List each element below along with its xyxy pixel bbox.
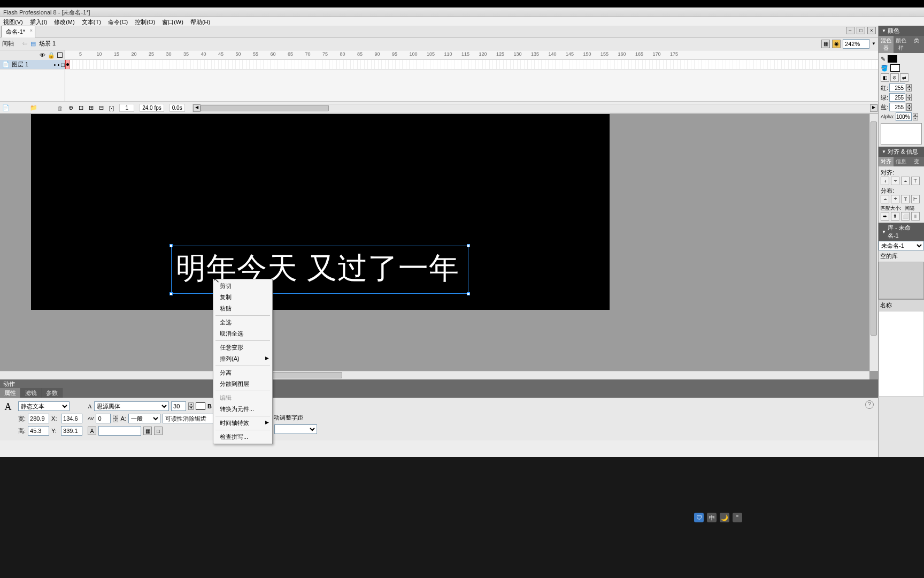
outline-icon[interactable]: [57, 52, 63, 58]
fill-icon[interactable]: 🪣: [881, 65, 888, 72]
av-down[interactable]: ▾: [113, 419, 118, 422]
back-arrow-icon[interactable]: ⇦: [22, 40, 27, 47]
ctx-deselect[interactable]: 取消全选: [213, 328, 272, 339]
edit-symbol-icon[interactable]: ◉: [832, 40, 841, 48]
tab-info[interactable]: 信息: [894, 157, 908, 166]
x-input[interactable]: [61, 414, 82, 423]
align-top-icon[interactable]: ⊤: [911, 177, 920, 185]
ctx-paste[interactable]: 粘贴: [213, 303, 272, 314]
zoom-input[interactable]: [843, 39, 869, 49]
b-input[interactable]: [889, 103, 905, 111]
align-panel-header[interactable]: 对齐 & 信息: [879, 147, 924, 157]
tab-mixer[interactable]: 混色器: [879, 36, 894, 53]
tab-align[interactable]: 对齐: [879, 157, 894, 166]
ctx-breakapart[interactable]: 分离: [213, 367, 272, 378]
g-input[interactable]: [889, 93, 905, 102]
ctx-copy[interactable]: 复制: [213, 292, 272, 303]
align-left-icon[interactable]: ⫞: [881, 177, 889, 185]
size-up[interactable]: ▴: [188, 402, 194, 406]
text-type-select[interactable]: 静态文本: [18, 401, 70, 411]
minimize-icon[interactable]: –: [846, 27, 854, 34]
text-color-swatch[interactable]: [196, 402, 205, 410]
menu-text[interactable]: 文本(T): [82, 19, 101, 25]
letter-spacing-input[interactable]: [96, 414, 111, 423]
library-name-header[interactable]: 名称: [879, 299, 924, 311]
onion-skin-icon[interactable]: ⊡: [79, 104, 83, 111]
handle-tr[interactable]: [467, 244, 470, 247]
stage-vscroll[interactable]: [869, 114, 878, 371]
ime-shield-icon[interactable]: 🛡: [694, 513, 704, 522]
ctx-timelineeffects[interactable]: 时间轴特效▶: [213, 417, 272, 429]
size-down[interactable]: ▾: [188, 406, 194, 410]
stage-hscroll[interactable]: [0, 371, 869, 379]
ime-comma-icon[interactable]: ": [733, 513, 742, 522]
onion-outline-icon[interactable]: ⊞: [89, 104, 94, 111]
scene-label[interactable]: 场景 1: [39, 40, 56, 48]
html-icon[interactable]: ▦: [143, 427, 152, 435]
ime-lang-icon[interactable]: 中: [707, 513, 717, 522]
align-right-icon[interactable]: ⫠: [901, 177, 910, 185]
dist-vcenter-icon[interactable]: ⫩: [891, 195, 899, 203]
bw-icon[interactable]: ◧: [881, 73, 889, 82]
maximize-icon[interactable]: □: [857, 27, 865, 34]
zoom-dropdown-icon[interactable]: ▼: [872, 41, 876, 46]
handle-tl[interactable]: [170, 244, 173, 247]
handle-br[interactable]: [467, 292, 470, 295]
align-hcenter-icon[interactable]: ⫟: [891, 177, 899, 185]
keyframe[interactable]: [66, 63, 69, 66]
center-frame-icon[interactable]: ⊕: [68, 104, 73, 111]
close-window-icon[interactable]: ×: [867, 27, 876, 34]
tab-filters[interactable]: 滤镜: [21, 388, 42, 398]
match-wh-icon[interactable]: ⬜: [901, 212, 910, 220]
new-layer-icon[interactable]: 📄: [2, 104, 10, 111]
stroke-icon[interactable]: ✎: [881, 56, 886, 63]
scroll-left-icon[interactable]: ◀: [193, 104, 201, 112]
target-select[interactable]: [274, 424, 317, 434]
edit-multi-icon[interactable]: ⊟: [99, 104, 104, 111]
library-list[interactable]: [879, 311, 924, 397]
border-icon[interactable]: □: [154, 427, 163, 435]
menu-commands[interactable]: 命令(C): [108, 19, 128, 25]
spacing-select[interactable]: 一般: [128, 414, 160, 423]
swap-icon[interactable]: ⇄: [900, 73, 908, 82]
match-h-icon[interactable]: ⬍: [891, 212, 899, 220]
font-size-input[interactable]: [171, 401, 186, 411]
alpha-input[interactable]: [896, 112, 912, 121]
help-icon[interactable]: ?: [865, 400, 874, 409]
height-input[interactable]: [28, 426, 49, 436]
ctx-cut[interactable]: 剪切: [213, 280, 272, 292]
menu-help[interactable]: 帮助(H): [190, 19, 210, 25]
bold-button[interactable]: B: [207, 403, 212, 409]
ctx-convert[interactable]: 转换为元件...: [213, 404, 272, 415]
ctx-distlayers[interactable]: 分散到图层: [213, 378, 272, 390]
tab-swatches[interactable]: 颜色样: [894, 36, 908, 53]
dist-bottom-icon[interactable]: ⫪: [901, 195, 910, 203]
scroll-thumb[interactable]: [201, 105, 329, 111]
ctx-selectall[interactable]: 全选: [213, 317, 272, 328]
eye-icon[interactable]: 👁: [40, 52, 45, 58]
onion-marker-icon[interactable]: [·]: [109, 105, 114, 111]
av-up[interactable]: ▴: [113, 415, 118, 419]
selectable-icon[interactable]: A: [88, 427, 96, 435]
tab-type[interactable]: 类: [909, 36, 924, 53]
delete-layer-icon[interactable]: 🗑: [57, 105, 63, 111]
handle-bl[interactable]: [170, 292, 173, 295]
tab-transform[interactable]: 变: [909, 157, 924, 166]
noColor-icon[interactable]: ⊘: [890, 73, 899, 82]
dist-left-icon[interactable]: ⊢: [911, 195, 920, 203]
close-icon[interactable]: ×: [30, 28, 33, 33]
menu-view[interactable]: 视图(V): [3, 19, 23, 25]
dist-top-icon[interactable]: ⫨: [881, 195, 889, 203]
fill-swatch[interactable]: [890, 64, 900, 72]
timeline-hscroll[interactable]: ◀ ▶: [192, 104, 878, 112]
library-panel-header[interactable]: 库 - 未命名-1: [879, 223, 924, 241]
actions-panel-header[interactable]: 动作: [0, 379, 878, 388]
stroke-swatch[interactable]: [888, 55, 897, 63]
match-w-icon[interactable]: ⬌: [881, 212, 889, 220]
layer-frames[interactable]: [65, 60, 878, 69]
ime-moon-icon[interactable]: 🌙: [720, 513, 729, 522]
ctx-spellcheck[interactable]: 检查拼写...: [213, 431, 272, 443]
scroll-right-icon[interactable]: ▶: [870, 104, 877, 112]
ctx-arrange[interactable]: 排列(A)▶: [213, 353, 272, 364]
r-input[interactable]: [889, 83, 905, 92]
